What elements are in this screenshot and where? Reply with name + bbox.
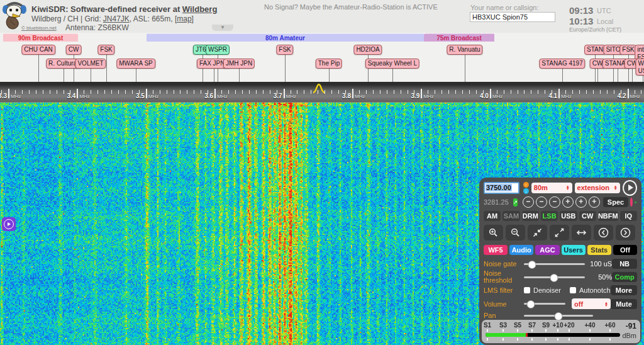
mode-button-am[interactable]: AM (484, 211, 501, 221)
frequency-input[interactable]: 3750.00 (484, 182, 519, 194)
mode-button-lsb[interactable]: LSB (541, 211, 558, 221)
passband-adjust-button[interactable] (572, 225, 591, 240)
zoom-out-max-button[interactable] (550, 225, 569, 240)
band-bar[interactable]: 80m Amateur (147, 33, 424, 42)
start-audio-button[interactable] (623, 180, 637, 196)
pan-slider[interactable] (524, 315, 593, 317)
s-meter-tick (487, 329, 488, 332)
slider-thumb[interactable] (528, 261, 536, 269)
slider-thumb[interactable] (550, 274, 558, 282)
station-label[interactable]: FSK (276, 45, 293, 55)
zoom-plus-circle-button[interactable]: + (562, 196, 574, 208)
station-label[interactable]: STANAG 4197 (539, 59, 585, 69)
mode-button-iq[interactable]: IQ (620, 211, 637, 221)
zoom-minus-circle-button[interactable]: − (549, 196, 560, 208)
scale-minor-tick (228, 90, 229, 94)
station-label[interactable]: JMH JPN (223, 59, 255, 69)
mute-button[interactable]: Mute (611, 299, 637, 309)
frequency-down-button[interactable]: ↓ (523, 188, 529, 194)
function-button-users[interactable]: Users (562, 245, 586, 255)
tuning-passband-icon[interactable] (313, 83, 325, 94)
scale-minor-tick (297, 90, 297, 94)
zoom-out-button[interactable] (506, 225, 525, 240)
spectrum-toggle-button[interactable]: Spec (603, 197, 628, 207)
zoom-plus-circle-button[interactable]: + (589, 196, 600, 208)
autonotch-label: Autonotch (579, 286, 611, 294)
waterfall-popout-button[interactable] (2, 217, 16, 231)
band-select[interactable]: 80m ▲▼ (531, 183, 572, 193)
mode-button-drm[interactable]: DRM (522, 211, 539, 221)
band-bar[interactable]: 90m Broadcast (3, 33, 78, 42)
mode-button-sam[interactable]: SAM (502, 211, 519, 221)
speaker-icon[interactable] (635, 198, 637, 207)
mode-button-cw[interactable]: CW (579, 211, 596, 221)
scale-frequency-label: 3.9 (406, 93, 419, 99)
grid-locator-link[interactable]: JN47JK (103, 14, 130, 23)
link-frequency-button[interactable]: ↗ (513, 198, 518, 206)
station-label[interactable]: WLUS (636, 59, 644, 76)
mode-button-usb[interactable]: USB (560, 211, 577, 221)
band-bar[interactable]: 75m Broadcast (424, 33, 494, 42)
map-link[interactable]: map (177, 14, 191, 23)
station-label[interactable]: STAN (584, 45, 606, 55)
station-label[interactable]: VOLMET (75, 59, 106, 69)
function-button-stats[interactable]: Stats (587, 245, 611, 255)
scale-unit-label: MHz (355, 94, 365, 99)
function-button-agc[interactable]: AGC (535, 245, 559, 255)
zoom-in-button[interactable] (484, 225, 503, 240)
scale-unit-label: MHz (423, 94, 433, 99)
function-button-wf5[interactable]: WF5 (484, 245, 508, 255)
station-label[interactable]: CHU CAN (21, 45, 55, 55)
record-button[interactable] (630, 198, 633, 206)
mode-button-nbfm[interactable]: NBFM (598, 211, 618, 221)
station-label[interactable]: FSK (97, 45, 114, 55)
zoom-plus-circle-button[interactable]: + (575, 196, 587, 208)
zoom-minus-circle-button[interactable]: − (536, 196, 547, 208)
arrows-inward-icon (533, 228, 542, 237)
header-collapse-tab[interactable]: ▼ (212, 25, 233, 31)
slider-thumb[interactable] (527, 300, 535, 308)
scale-major-tick (558, 89, 560, 98)
noise-threshold-slider[interactable] (524, 276, 585, 278)
scale-minor-tick (531, 90, 531, 94)
shift-left-button[interactable] (594, 225, 613, 240)
noise-threshold-label: Noisethreshold (484, 270, 524, 284)
scale-minor-tick (586, 90, 587, 94)
scale-minor-tick (394, 90, 394, 94)
bluebison-credit-link[interactable]: © bluebison.net (21, 25, 57, 31)
station-label[interactable]: HD2IOA (353, 45, 382, 55)
frequency-up-button[interactable]: ↑ (523, 182, 529, 188)
more-button[interactable]: More (611, 285, 637, 295)
station-label[interactable]: Squeaky Wheel L (365, 59, 419, 69)
s-meter-tick (589, 338, 591, 341)
scale-minor-tick (469, 90, 470, 94)
callsign-input[interactable] (470, 12, 555, 22)
noise-blanker-button[interactable]: NB (612, 259, 637, 269)
station-label[interactable]: MWARA SP (116, 59, 155, 69)
station-label[interactable]: R. Vanuatu (447, 45, 482, 55)
function-button-off[interactable]: Off (613, 245, 637, 255)
zoom-to-band-button[interactable] (528, 225, 547, 240)
autonotch-checkbox[interactable] (570, 287, 576, 293)
function-button-audio[interactable]: Audio (509, 245, 533, 255)
station-label[interactable]: WSPR (206, 45, 230, 55)
s-meter-fill (486, 333, 526, 337)
extension-select[interactable]: extension ▲▼ (575, 183, 620, 193)
scale-minor-tick (104, 90, 105, 94)
denoiser-checkbox[interactable] (524, 287, 530, 293)
station-label[interactable]: The Pip (316, 59, 342, 69)
zoom-minus-circle-button[interactable]: − (523, 196, 534, 208)
scale-major-tick (146, 89, 147, 98)
compression-button[interactable]: Comp (612, 272, 637, 282)
station-label[interactable]: CW (66, 45, 82, 55)
shift-right-button[interactable] (616, 225, 635, 240)
slider-thumb[interactable] (555, 312, 563, 320)
receiver-info-line: Wildberg / CH | Grid: JN47JK, ASL: 665m,… (31, 14, 194, 23)
scale-frequency-label: 4.0 (475, 93, 489, 99)
scale-minor-tick (111, 90, 112, 94)
receiver-location-link[interactable]: Wildberg (182, 4, 218, 14)
squelch-select[interactable]: off ▲▼ (572, 298, 611, 309)
noise-gate-slider[interactable] (524, 263, 585, 265)
volume-slider[interactable] (524, 303, 565, 305)
frequency-scale[interactable]: 3.3MHz3.4MHz3.5MHz3.6MHz3.7MHz3.8MHz3.9M… (0, 82, 644, 103)
